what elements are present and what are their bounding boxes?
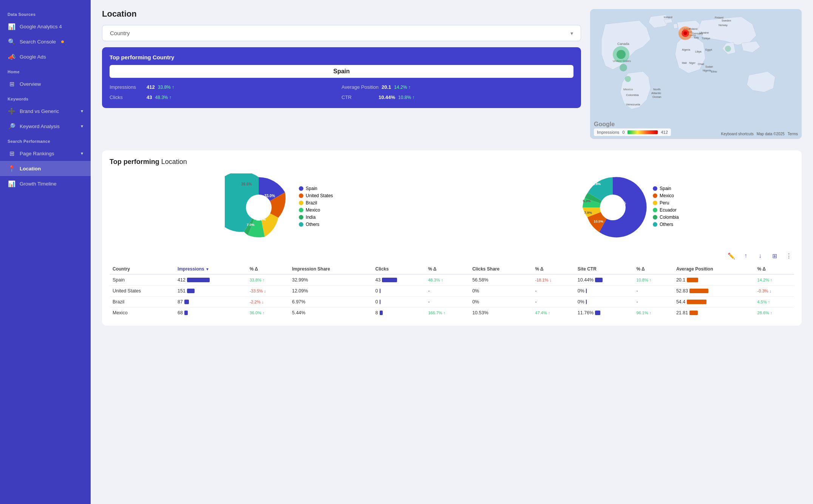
metric-change: 14.2% ↑ <box>394 85 410 90</box>
td-clicks: 0 <box>372 286 425 297</box>
mini-bar <box>689 289 708 293</box>
legend-label: Brazil <box>306 200 317 206</box>
col-clicks-pct[interactable]: % Δ <box>425 264 469 274</box>
export-icon[interactable]: ⊞ <box>769 250 780 261</box>
top-country-name: Spain <box>110 65 573 78</box>
mini-bar <box>184 311 188 315</box>
cell-value: 21.81 <box>676 310 688 315</box>
td-site-ctr-pct: 10.8% ↑ <box>634 274 673 286</box>
td-avg-position: 20.1 <box>673 274 754 286</box>
td-site-ctr: 10.44% <box>575 274 634 286</box>
bottom-section: Top performing Location <box>102 150 802 326</box>
chart-label-others: 39.6% <box>241 182 252 186</box>
legend-gradient <box>628 130 658 134</box>
no-change: - <box>637 299 638 305</box>
map-legend: Impressions 0 412 <box>594 128 671 136</box>
td-clicks-pct: - <box>425 286 469 297</box>
change-value: 4.5% ↑ <box>757 300 770 304</box>
change-value: 47.4% ↑ <box>535 311 550 315</box>
metric-label: Clicks <box>110 94 144 100</box>
sidebar-item-page-rankings[interactable]: ⊞ Page Rankings ▾ <box>0 146 91 161</box>
legend-label: United States <box>306 193 333 198</box>
cell-value: 54.4 <box>676 299 685 305</box>
sidebar-item-search-console[interactable]: 🔍 Search Console <box>0 34 91 49</box>
td-avg-position: 54.4 <box>673 297 754 308</box>
map-terms[interactable]: Terms <box>788 132 798 136</box>
table-row: United States 151 -33.5% ↓ 12.09% 0 - 0%… <box>110 286 794 297</box>
keyboard-shortcuts[interactable]: Keyboard shortcuts <box>721 132 754 136</box>
legend-item: Peru <box>653 200 679 206</box>
legend-item: Mexico <box>299 207 333 213</box>
legend-color <box>299 215 303 220</box>
sidebar-item-growth-timeline[interactable]: 📊 Growth Timeline <box>0 176 91 191</box>
bar-cell: 68 <box>178 310 244 315</box>
sidebar-item-brand-vs-generic[interactable]: ➕ Brand vs Generic ▾ <box>0 104 91 119</box>
td-clicks-share: 10.53% <box>469 308 532 318</box>
sort-desc-icon[interactable]: ↓ <box>755 250 765 261</box>
sidebar-item-google-ads[interactable]: 📣 Google Ads <box>0 49 91 64</box>
td-clicks-share-pct: -18.1% ↓ <box>532 274 575 286</box>
no-change: - <box>428 299 430 305</box>
bar-cell: 52.83 <box>676 288 751 294</box>
col-avg-position-pct[interactable]: % Δ <box>754 264 794 274</box>
data-table: Country Impressions ▼ % Δ Impression Sha… <box>110 264 794 318</box>
mini-bar <box>187 289 195 293</box>
legend-item: Others <box>653 222 679 227</box>
bar-cell: 10.44% <box>578 277 631 283</box>
sidebar-item-keyword-analysis[interactable]: 🔎 Keyword Analysis ▾ <box>0 119 91 134</box>
top-country-card: Top performing Country Spain Impressions… <box>102 47 581 108</box>
bar-cell: 0% <box>578 299 631 305</box>
td-avg-position: 52.83 <box>673 286 754 297</box>
mini-bar <box>595 278 603 282</box>
table-row: Spain 412 33.8% ↑ 32.99% 43 48.3% ↑ 56.5… <box>110 274 794 286</box>
legend-item: Others <box>299 222 333 227</box>
edit-icon[interactable]: ✏️ <box>726 250 737 261</box>
change-value: -18.1% ↓ <box>535 278 552 282</box>
svg-text:Libya: Libya <box>695 50 702 53</box>
chevron-down-icon: ▾ <box>81 151 83 156</box>
sidebar-item-overview[interactable]: ⊞ Overview <box>0 76 91 91</box>
overview-icon: ⊞ <box>8 80 16 88</box>
sort-asc-icon[interactable]: ↑ <box>740 250 751 261</box>
country-dropdown[interactable]: Country ▾ <box>102 25 581 41</box>
top-section: Location Country ▾ Top performing Countr… <box>102 9 802 139</box>
growth-icon: 📊 <box>8 179 16 188</box>
sidebar-item-location[interactable]: 📍 Location <box>0 161 91 176</box>
td-clicks-pct: - <box>425 297 469 308</box>
col-clicks[interactable]: Clicks <box>372 264 425 274</box>
col-site-ctr[interactable]: Site CTR <box>575 264 634 274</box>
col-clicks-share[interactable]: Clicks Share <box>469 264 532 274</box>
impressions-pie-chart: 33.0% 39.6% 12.1% 7.0% <box>225 173 293 241</box>
sidebar-item-google-analytics[interactable]: 📊 Google Analytics 4 <box>0 19 91 34</box>
td-clicks-share-pct: - <box>532 297 575 308</box>
section-title: Top performing Location <box>110 158 794 166</box>
col-impression-share[interactable]: Impression Share <box>289 264 372 274</box>
td-site-ctr-pct: - <box>634 297 673 308</box>
svg-text:Colombia: Colombia <box>626 93 639 97</box>
metric-value: 20.1 <box>382 84 391 90</box>
td-avg-position-pct: 14.2% ↑ <box>754 274 794 286</box>
col-site-ctr-pct[interactable]: % Δ <box>634 264 673 274</box>
more-options-icon[interactable]: ⋮ <box>784 250 794 261</box>
bar-cell: 21.81 <box>676 310 751 315</box>
col-avg-position[interactable]: Average Position <box>673 264 754 274</box>
col-impressions[interactable]: Impressions ▼ <box>175 264 247 274</box>
no-change: - <box>428 288 430 294</box>
td-country: Spain <box>110 274 175 286</box>
chart-label-spain: 33.0% <box>264 194 275 198</box>
mini-bar <box>586 300 587 304</box>
legend-color <box>299 201 303 205</box>
legend-min: 0 <box>622 130 624 135</box>
col-clicks-share-pct[interactable]: % Δ <box>532 264 575 274</box>
change-value: -33.5% ↓ <box>250 289 266 293</box>
td-impressions: 412 <box>175 274 247 286</box>
sidebar-item-label: Google Analytics 4 <box>20 24 62 29</box>
td-impression-share: 6.97% <box>289 297 372 308</box>
svg-text:Sweden: Sweden <box>722 19 731 22</box>
svg-text:Atlantic: Atlantic <box>651 91 661 95</box>
col-impressions-pct[interactable]: % Δ <box>247 264 289 274</box>
td-clicks-share: 0% <box>469 297 532 308</box>
col-country[interactable]: Country <box>110 264 175 274</box>
metric-row-ctr: CTR 10.44% 10.8% ↑ <box>342 93 573 101</box>
chevron-down-icon: ▾ <box>81 108 83 114</box>
